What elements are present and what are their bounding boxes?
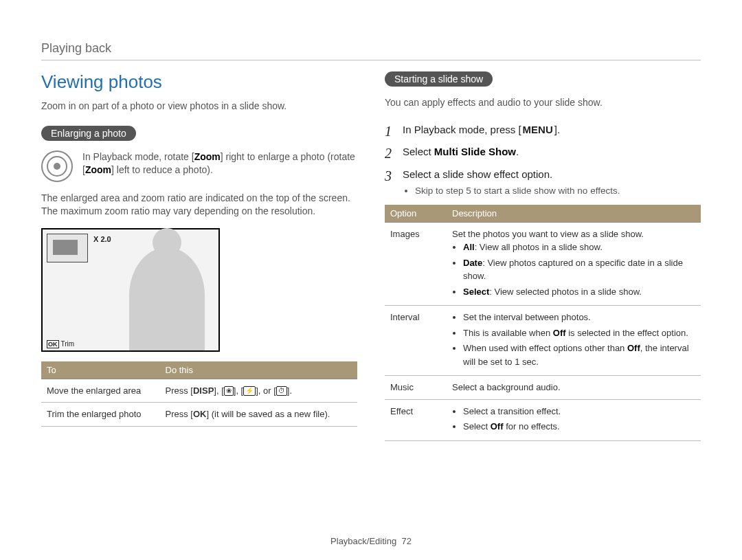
cell-to: Trim the enlarged photo [41,403,160,427]
menu-button-label: MENU [521,124,554,135]
table-row: Move the enlarged area Press [DISP], [❀]… [41,379,357,403]
zoom-ratio-label: X 2.0 [93,235,111,243]
timer-icon: ⏱ [276,386,287,396]
section-header: Playing back [41,41,701,60]
silhouette-icon [129,247,205,350]
page-title: Viewing photos [41,71,357,93]
flash-icon: ⚡ [243,386,256,396]
table-row: Trim the enlarged photo Press [OK] (it w… [41,403,357,427]
subheading-slideshow: Starting a slide show [385,71,493,87]
left-column: Viewing photos Zoom in on part of a phot… [41,71,357,441]
th-do-this: Do this [160,361,358,379]
macro-icon: ❀ [224,386,234,396]
list-item: Skip to step 5 to start a slide show wit… [415,185,701,198]
cell-desc: Select a background audio. [447,376,701,400]
cell-option: Images [385,222,447,306]
preview-illustration: X 2.0 OKTrim [41,228,220,352]
th-option: Option [385,205,447,223]
action-table: To Do this Move the enlarged area Press … [41,361,357,427]
options-table: Option Description Images Set the photos… [385,205,701,441]
steps-list: In Playback mode, press [MENU]. Select M… [385,122,701,198]
cell-desc: Set the interval between photos. This is… [447,306,701,376]
th-to: To [41,361,160,379]
page-footer: Playback/Editing 72 [0,536,742,546]
table-row: Music Select a background audio. [385,376,701,400]
list-item: Set the interval between photos. [463,311,695,324]
list-item: Select a transition effect. [463,405,695,418]
cell-desc: Set the photos you want to view as a sli… [447,222,701,306]
trim-label: OKTrim [47,340,74,348]
cell-option: Music [385,376,447,400]
table-row: Interval Set the interval between photos… [385,306,701,376]
list-item: Select Off for no effects. [463,420,695,434]
cell-do: Press [OK] (it will be saved as a new fi… [160,403,358,427]
table-row: Effect Select a transition effect. Selec… [385,399,701,440]
step-2: Select Multi Slide Show. [385,144,701,160]
two-column-layout: Viewing photos Zoom in on part of a phot… [41,71,701,441]
list-item: This is available when Off is selected i… [463,326,695,340]
cell-do: Press [DISP], [❀], [⚡], or [⏱]. [160,379,358,403]
cell-option: Interval [385,306,447,376]
intro-text: Zoom in on part of a photo or view photo… [41,100,357,113]
subheading-enlarging: Enlarging a photo [41,126,136,141]
step-3-sub: Skip to step 5 to start a slide show wit… [415,185,701,198]
step-3: Select a slide show effect option. Skip … [385,167,701,198]
table-row: Images Set the photos you want to view a… [385,222,701,306]
step-1: In Playback mode, press [MENU]. [385,122,701,138]
th-description: Description [447,205,701,223]
zoom-dial-icon [41,150,73,182]
list-item: Select: View selected photos in a slide … [463,285,695,299]
list-item: Date: View photos captured on a specific… [463,256,695,283]
preview-thumb-icon [47,234,88,262]
page: Playing back Viewing photos Zoom in on p… [0,0,742,462]
zoom-instruction-row: In Playback mode, rotate [Zoom] right to… [41,150,357,182]
zoom-instruction-text: In Playback mode, rotate [Zoom] right to… [82,150,357,177]
right-column: Starting a slide show You can apply effe… [385,71,701,441]
list-item: All: View all photos in a slide show. [463,240,695,254]
slideshow-intro: You can apply effects and audio to your … [385,96,701,110]
cell-to: Move the enlarged area [41,379,160,403]
cell-desc: Select a transition effect. Select Off f… [447,399,701,440]
zoom-note: The enlarged area and zoom ratio are ind… [41,192,357,219]
list-item: When used with effect options other than… [463,341,695,368]
cell-option: Effect [385,399,447,440]
